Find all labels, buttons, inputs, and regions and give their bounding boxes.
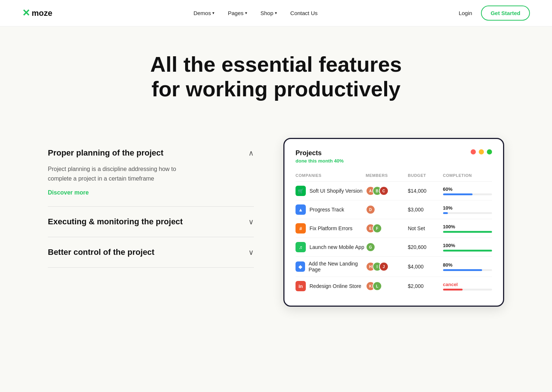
accordion-title-planning: Proper planning of the project [48,148,163,158]
budget-cell: $2,000 [408,283,443,289]
table-row: ♬ Launch new Mobile App G$20,600 100% [296,238,492,257]
budget-cell: $3,000 [408,207,443,213]
progress-bar-bg [443,212,492,214]
completion-cell: cancel [443,282,492,291]
accordion-item-control: Better control of the project ∨ [48,237,254,268]
logo-text: moze [32,8,52,18]
avatar: C [379,186,389,196]
accordion-title-control: Better control of the project [48,247,155,257]
hero-title: All the essential features for working p… [147,52,405,101]
avatar: D [366,205,375,214]
completion-pct: 60% [443,186,492,192]
get-started-button[interactable]: Get Started [481,6,530,21]
accordion-header-control[interactable]: Better control of the project ∨ [48,247,254,257]
avatar: J [379,262,389,271]
budget-cell: Not Set [408,225,443,231]
traffic-light-red [471,149,476,154]
completion-cell: 80% [443,262,492,271]
company-cell: in Redesign Online Store [296,281,366,291]
progress-bar-fill [443,231,492,233]
login-button[interactable]: Login [459,10,472,16]
dashboard-subtitle: done this month 40% [296,158,344,164]
progress-bar-bg [443,250,492,252]
accordion-item-planning: Proper planning of the project ∧ Project… [48,138,254,206]
company-cell: # Fix Platform Errors [296,223,366,234]
company-cell: ◆ Add the New Landing Page [296,261,366,272]
accordion-panel: Proper planning of the project ∧ Project… [48,138,254,267]
completion-pct: 100% [443,224,492,229]
company-name: Launch new Mobile App [309,244,364,250]
completion-cell: 100% [443,224,492,233]
company-name: Add the New Landing Page [309,261,366,272]
dashboard-title-block: Projects done this month 40% [296,149,344,164]
nav-contact[interactable]: Contact Us [290,10,318,16]
members-cell: ABC [366,186,408,196]
company-name: Fix Platform Errors [309,225,353,231]
progress-bar-bg [443,193,492,195]
progress-bar-bg [443,289,492,291]
navbar: ✕ moze Demos ▾ Pages ▾ Shop ▾ Contact Us… [0,0,552,26]
completion-cell: 60% [443,186,492,195]
avatar: F [372,224,382,233]
dashboard-card: Projects done this month 40% COMPANIES M… [283,138,504,307]
progress-bar-fill [443,269,482,271]
company-name: Soft UI Shopify Version [309,188,362,194]
table-row: ▲ Progress Track D$3,000 10% [296,200,492,219]
company-cell: 🛒 Soft UI Shopify Version [296,186,366,196]
accordion-header-executing[interactable]: Executing & monitoring the project ∨ [48,217,254,227]
budget-cell: $20,600 [408,244,443,250]
progress-bar-fill [443,289,463,291]
members-cell: D [366,205,408,214]
avatar: G [366,242,375,252]
chevron-down-icon: ∨ [248,217,254,226]
nav-pages[interactable]: Pages ▾ [228,10,247,16]
nav-demos[interactable]: Demos ▾ [194,10,215,16]
table-row: 🛒 Soft UI Shopify Version ABC$14,000 60% [296,182,492,200]
table-row: in Redesign Online Store KL$2,000 cancel [296,277,492,295]
completion-cell: 100% [443,243,492,252]
chevron-down-icon: ∨ [248,248,254,257]
accordion-header-planning[interactable]: Proper planning of the project ∧ [48,148,254,158]
progress-bar-fill [443,193,473,195]
hero-section: All the essential features for working p… [0,26,552,123]
progress-bar-bg [443,269,492,271]
members-cell: KL [366,281,408,291]
chevron-up-icon: ∧ [248,149,254,157]
accordion-title-executing: Executing & monitoring the project [48,217,183,227]
traffic-lights [471,149,492,154]
traffic-light-yellow [479,149,484,154]
company-logo: ♬ [296,242,306,252]
table-row: # Fix Platform Errors EFNot Set 100% [296,219,492,238]
accordion-description-planning: Project planning is a discipline address… [48,164,188,183]
avatar: L [372,281,382,291]
members-cell: G [366,242,408,252]
logo-icon: ✕ [22,7,30,19]
nav-shop[interactable]: Shop ▾ [261,10,277,16]
members-cell: HIJ [366,262,408,271]
completion-pct: 80% [443,262,492,268]
company-name: Progress Track [309,207,344,213]
nav-links: Demos ▾ Pages ▾ Shop ▾ Contact Us [194,10,318,16]
nav-right: Login Get Started [459,6,530,21]
company-cell: ▲ Progress Track [296,204,366,215]
company-name: Redesign Online Store [309,283,361,289]
company-logo: in [296,281,306,291]
budget-cell: $14,000 [408,188,443,194]
dashboard-panel: Projects done this month 40% COMPANIES M… [283,138,504,307]
company-logo: ◆ [296,261,305,272]
dashboard-header: Projects done this month 40% [296,149,492,164]
table-header: COMPANIES MEMBERS BUDGET COMPLETION [296,171,492,182]
completion-pct: 100% [443,243,492,248]
company-logo: ▲ [296,204,306,215]
completion-cancel: cancel [443,282,492,287]
completion-cell: 10% [443,205,492,214]
company-logo: # [296,223,306,234]
company-cell: ♬ Launch new Mobile App [296,242,366,252]
chevron-down-icon: ▾ [245,11,247,15]
chevron-down-icon: ▾ [275,11,277,15]
dashboard-title: Projects [296,149,344,157]
logo[interactable]: ✕ moze [22,7,52,19]
budget-cell: $4,000 [408,264,443,270]
chevron-down-icon: ▾ [212,11,215,15]
discover-more-link[interactable]: Discover more [48,189,89,196]
